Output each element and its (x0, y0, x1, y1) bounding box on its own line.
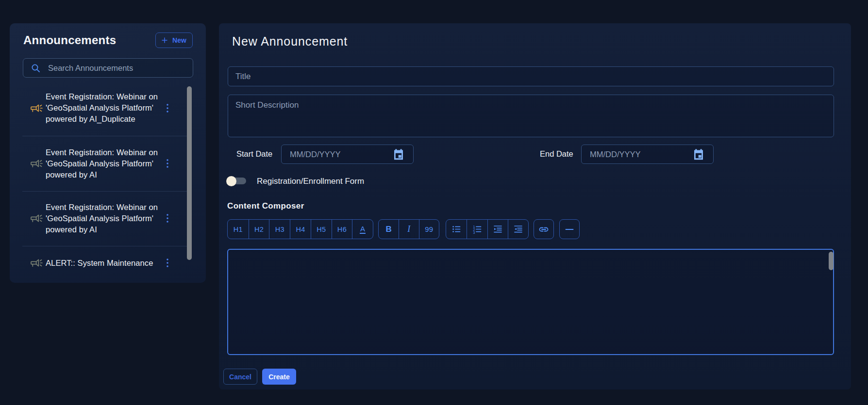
svg-text:3: 3 (473, 231, 475, 234)
